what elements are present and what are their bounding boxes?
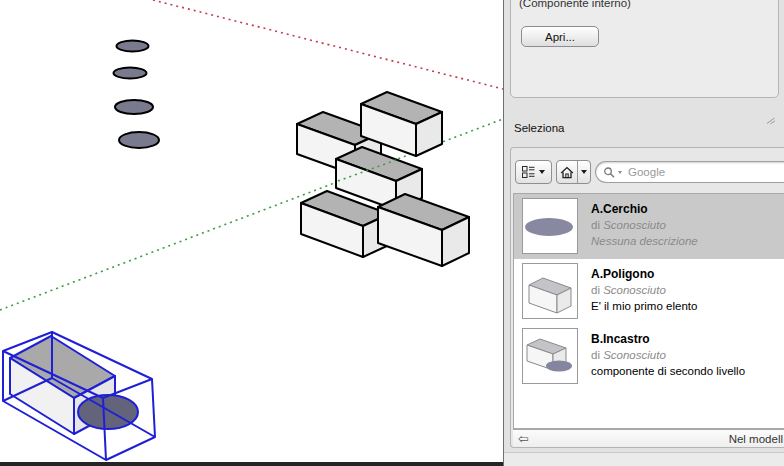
home-button[interactable] [557, 161, 577, 183]
component-list: A.Cerchio di Sconosciuto Nessuna descriz… [513, 193, 784, 429]
component-author: di Sconosciuto [591, 282, 697, 298]
component-thumbnail [522, 328, 578, 384]
internal-component-section: (Componente interno) Apri... [510, 0, 779, 98]
component-browser: A.Cerchio di Sconosciuto Nessuna descriz… [510, 147, 784, 448]
component-author: di Sconosciuto [591, 347, 745, 363]
internal-component-label: (Componente interno) [519, 0, 631, 9]
circle-component[interactable] [119, 132, 159, 148]
search-input[interactable] [624, 165, 784, 179]
components-panel: (Componente interno) Apri... Seleziona [503, 0, 784, 466]
circle-thumbnail-graphic [523, 199, 577, 253]
author-name: Sconosciuto [603, 349, 666, 361]
component-row-a-poligono[interactable]: A.Poligono di Sconosciuto E' il mio prim… [514, 259, 784, 324]
component-description: componente di secondo livello [591, 363, 745, 379]
viewport-bottom-edge [0, 462, 503, 466]
circle-component[interactable] [114, 68, 147, 79]
selected-component[interactable] [3, 332, 155, 460]
author-prefix: di [591, 284, 600, 296]
component-meta: B.Incastro di Sconosciuto componente di … [591, 331, 745, 379]
model-viewport[interactable] [0, 0, 503, 466]
circle-component[interactable] [115, 100, 153, 114]
box-component[interactable] [378, 194, 469, 266]
component-thumbnail [522, 198, 578, 254]
open-button[interactable]: Apri... [521, 26, 599, 47]
author-name: Sconosciuto [603, 284, 666, 296]
browser-toolbar [511, 148, 784, 193]
author-prefix: di [591, 349, 600, 361]
home-split-button [556, 160, 591, 184]
component-meta: A.Poligono di Sconosciuto E' il mio prim… [591, 266, 697, 314]
component-thumbnail [522, 263, 578, 319]
circle-components[interactable] [114, 41, 160, 149]
search-scope-chevron-icon [618, 171, 622, 174]
select-section-label: Seleziona [514, 122, 565, 134]
component-name: B.Incastro [591, 331, 745, 347]
author-name: Sconosciuto [603, 219, 666, 231]
in-model-label: Nel modell [729, 433, 783, 445]
chevron-down-icon [539, 170, 545, 174]
component-name: A.Poligono [591, 266, 697, 282]
panel-bottom-edge [504, 452, 784, 466]
circle-component[interactable] [117, 41, 149, 52]
component-row-b-incastro[interactable]: B.Incastro di Sconosciuto componente di … [514, 324, 784, 389]
box-thumbnail-graphic [523, 264, 577, 318]
box-ellipse-thumbnail-graphic [523, 329, 577, 383]
red-axis-line [153, 0, 503, 89]
component-row-a-cerchio[interactable]: A.Cerchio di Sconosciuto Nessuna descriz… [514, 194, 784, 259]
list-view-icon [522, 166, 535, 178]
box-components[interactable] [297, 92, 469, 266]
browser-footer: ⇦ Nel modell [513, 429, 784, 448]
home-dropdown-button[interactable] [577, 161, 591, 183]
component-meta: A.Cerchio di Sconosciuto Nessuna descriz… [591, 201, 698, 249]
sketchup-window: (Componente interno) Apri... Seleziona [0, 0, 784, 466]
component-author: di Sconosciuto [591, 217, 698, 233]
resize-handle-icon[interactable] [766, 116, 776, 125]
component-description: Nessuna descrizione [591, 233, 698, 249]
search-field[interactable] [595, 161, 784, 183]
chevron-down-icon [581, 170, 587, 174]
search-icon [603, 166, 616, 179]
component-description: E' il mio primo elento [591, 298, 697, 314]
author-prefix: di [591, 219, 600, 231]
home-icon [560, 166, 574, 179]
view-options-button[interactable] [515, 160, 552, 184]
scene-canvas [0, 0, 503, 466]
component-name: A.Cerchio [591, 201, 698, 217]
back-arrow-icon[interactable]: ⇦ [518, 431, 529, 446]
